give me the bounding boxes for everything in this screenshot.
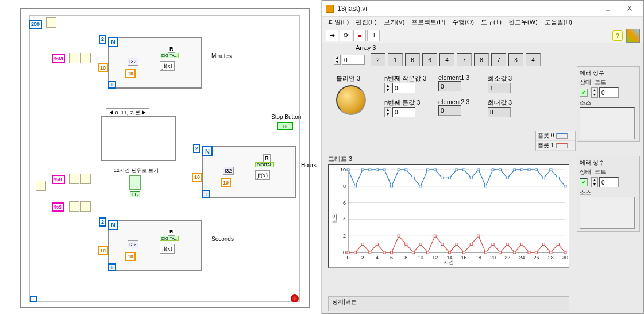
nth-small-control[interactable]: ▲▼	[384, 83, 426, 93]
menu-window[interactable]: 윈도우(W)	[506, 17, 540, 27]
error-cluster-top: 에러 상수 상태 코드 ✔ ▲▼ 소스	[577, 66, 640, 142]
svg-text:10: 10	[418, 255, 423, 261]
loop-stop-condition	[291, 294, 299, 302]
array-cell[interactable]: 7	[457, 53, 472, 66]
min-indicator: 1	[488, 83, 511, 93]
help-button[interactable]: ?	[612, 30, 623, 41]
for-loop-seconds: N i	[108, 220, 202, 271]
array-cell[interactable]: 4	[526, 53, 541, 66]
ten-const-seconds: 10	[98, 246, 108, 255]
string-to-num-icon	[80, 53, 91, 63]
svg-rect-41	[427, 169, 429, 171]
svg-rect-65	[376, 243, 378, 246]
svg-rect-32	[361, 169, 364, 171]
run-continuous-button[interactable]: ⟳	[340, 30, 352, 41]
svg-rect-86	[528, 251, 530, 254]
svg-rect-90	[557, 243, 559, 246]
svg-rect-75	[448, 251, 450, 254]
svg-text:18: 18	[476, 255, 481, 261]
array-index-field[interactable]	[342, 55, 365, 65]
svg-rect-34	[376, 169, 378, 171]
ftl-tag: FTL	[130, 191, 140, 197]
array-index-control[interactable]: ▲▼	[334, 55, 365, 65]
array-cell[interactable]: 3	[508, 53, 523, 66]
menu-view[interactable]: 보기(V)	[381, 17, 407, 27]
nth-big-control[interactable]: ▲▼	[384, 107, 420, 117]
ten-div-minutes: 10	[125, 69, 136, 78]
array-cell[interactable]: 4	[439, 53, 454, 66]
nth-small-field[interactable]	[392, 83, 415, 93]
ten-const-minutes: 10	[98, 63, 108, 72]
menu-edit[interactable]: 편집(E)	[353, 17, 379, 27]
twelve-hour-label: 12시간 단위로 보기	[114, 167, 159, 174]
nth-big-field[interactable]	[392, 107, 415, 117]
svg-rect-35	[383, 169, 385, 171]
svg-rect-37	[398, 169, 400, 171]
svg-text:0: 0	[346, 255, 349, 261]
loop-tunnel	[30, 296, 37, 302]
svg-rect-73	[434, 235, 436, 237]
graph-plot[interactable]: 0246810024681012141618202224262830 시간 비고	[328, 164, 569, 268]
menu-help[interactable]: 도움말(H)	[542, 17, 574, 27]
svg-rect-61	[347, 251, 349, 254]
svg-rect-59	[557, 177, 559, 179]
svg-text:8: 8	[343, 183, 346, 189]
metronome-icon	[46, 17, 56, 28]
run-button[interactable]: ➔	[326, 30, 338, 41]
menubar[interactable]: 파일(F) 편집(E) 보기(V) 프로젝트(P) 수행(O) 도구(T) 윈도…	[322, 17, 643, 28]
array-cell[interactable]: 2	[371, 53, 385, 66]
array-cell[interactable]: 1	[388, 53, 403, 66]
case-structure	[101, 116, 176, 161]
integral-minutes: ∫f(x)	[160, 61, 175, 71]
front-panel-window: 13(last).vi — □ X 파일(F) 편집(E) 보기(V) 프로젝트…	[322, 0, 644, 314]
y-axis-label: 비고	[331, 210, 338, 220]
abort-button[interactable]: ●	[353, 30, 366, 41]
svg-rect-91	[564, 251, 566, 254]
svg-rect-88	[542, 243, 545, 246]
toolbar: ➔ ⟳ ● Ⅱ ?	[322, 28, 643, 43]
svg-text:24: 24	[519, 255, 525, 261]
close-button[interactable]: X	[619, 2, 640, 15]
stop-button-label: Stop Button	[271, 114, 301, 120]
svg-rect-74	[441, 243, 444, 246]
array-cell[interactable]: 8	[474, 53, 489, 66]
menu-tools[interactable]: 도구(T)	[479, 17, 504, 27]
for-loop-hours: N i	[202, 146, 296, 198]
minimize-button[interactable]: —	[576, 2, 596, 15]
menu-project[interactable]: 프로젝트(P)	[409, 17, 448, 27]
svg-text:4: 4	[376, 255, 379, 261]
error-code-label-1: 코드	[595, 78, 606, 86]
plot-legend[interactable]: 플롯 0 플롯 1	[535, 131, 576, 151]
shift-reg-hours: R	[263, 154, 271, 162]
svg-rect-87	[535, 251, 538, 254]
svg-rect-51	[499, 169, 502, 171]
array-cell[interactable]: 7	[491, 53, 506, 66]
boolean-knob[interactable]	[336, 85, 366, 115]
menu-file[interactable]: 파일(F)	[326, 17, 351, 27]
maximize-button[interactable]: □	[597, 2, 618, 15]
svg-rect-38	[405, 169, 407, 171]
element2-indicator: 0	[438, 105, 461, 116]
menu-operate[interactable]: 수행(O)	[450, 17, 476, 27]
svg-rect-76	[456, 243, 458, 246]
max-label: 최대값 3	[488, 98, 512, 107]
front-panel-body: Array 3 ▲▼ 2166478734 불리언 3 n번째 작은값 3 ▲▼…	[322, 43, 643, 313]
element1-indicator: 0	[438, 81, 461, 91]
array-cell[interactable]: 6	[405, 53, 420, 66]
error-code-field-1[interactable]	[599, 87, 619, 98]
svg-rect-77	[463, 251, 465, 254]
array-cell[interactable]: 6	[422, 53, 437, 66]
scan-from-string-icon	[69, 53, 79, 63]
get-time-icon	[36, 181, 46, 191]
vi-icon[interactable]	[626, 29, 640, 43]
svg-text:30: 30	[562, 255, 568, 261]
swatch-plot1	[556, 143, 568, 148]
svg-rect-81	[492, 243, 494, 246]
svg-rect-47	[470, 177, 472, 179]
error-code-field-2[interactable]	[599, 177, 619, 187]
graph-svg: 0246810024681012141618202224262830	[329, 165, 570, 269]
pause-button[interactable]: Ⅱ	[367, 30, 380, 41]
hours-label: Hours	[301, 162, 317, 169]
svg-text:6: 6	[390, 255, 393, 261]
svg-text:2: 2	[361, 255, 364, 261]
